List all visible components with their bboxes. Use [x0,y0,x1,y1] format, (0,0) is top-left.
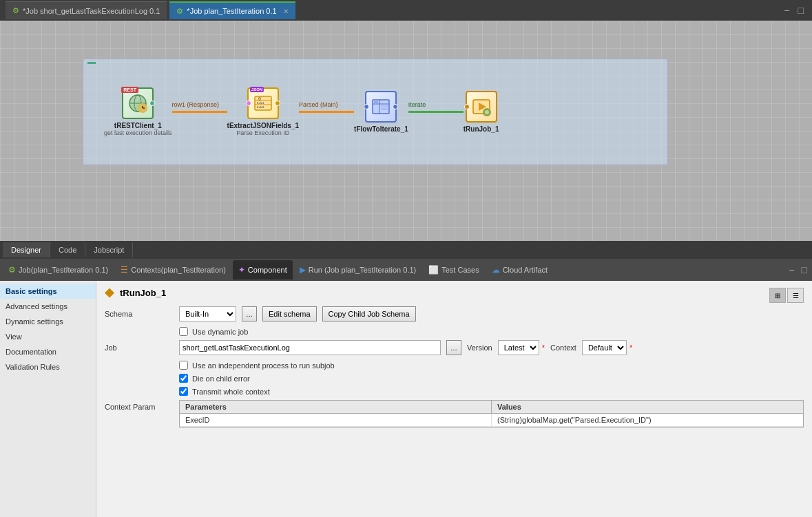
version-label: Version [467,344,492,352]
tab-job2-label: *Job plan_TestIteration 0.1 [187,7,276,15]
node-tRESTClient_1[interactable]: REST tRESTClient_1 get last [104,87,172,136]
view-grid-btn[interactable]: ⊞ [769,288,786,303]
job1-icon: ⚙ [12,6,19,15]
editor-tabs: Designer Code Jobscript [0,241,812,259]
job-input[interactable] [179,340,441,355]
component-title-row: tRunJob_1 [105,288,804,298]
minimize-btn[interactable]: − [781,5,792,16]
schema-select[interactable]: Built-In Repository [179,306,236,321]
connector-3: Iterate [408,111,464,113]
bottom-tab-contexts[interactable]: ☰ Contexts(plan_TestIteration) [115,260,231,279]
flow-container: REST tRESTClient_1 get last [83,59,668,165]
context-param-table: Parameters Values ExecID (String)globalM… [179,400,804,428]
view-list-btn[interactable]: ☰ [787,288,804,303]
edit-schema-btn[interactable]: Edit schema [262,306,317,321]
schema-dots-btn[interactable]: … [242,306,257,321]
context-table-header: Parameters Values [180,401,803,414]
job-label: Job [105,344,174,352]
tab-designer[interactable]: Designer [3,242,50,257]
bottom-tab-run-label: Run (Job plan_TestIteration 0.1) [309,266,417,274]
title-bar-controls: − □ [781,5,806,16]
tab-job2-close[interactable]: ✕ [283,8,289,15]
run-job-label: tRunJob_1 [464,125,499,133]
copy-child-schema-btn[interactable]: Copy Child Job Schema [322,306,416,321]
canvas-area: REST tRESTClient_1 get last [0,21,812,241]
tab-jobscript[interactable]: Jobscript [85,242,133,257]
main-content: tRunJob_1 ⊞ ☰ Schema Built-In Repository… [96,281,812,517]
svg-text:field2: field2 [257,105,264,109]
conn-line-3 [408,111,464,113]
bottom-tab-testcases-label: Test Cases [441,266,479,274]
independent-process-row: Use an independent process to run subjob [179,361,804,370]
die-on-child-error-checkbox[interactable] [179,374,188,383]
schema-row: Schema Built-In Repository … Edit schema… [105,306,804,321]
sidebar-item-advanced[interactable]: Advanced settings [0,299,96,314]
bottom-tab-controls: − □ [787,264,809,275]
context-param-row: Context Param Parameters Values ExecID (… [105,400,804,428]
context-select[interactable]: Default [582,340,627,355]
context-param-label: Context Param [105,400,174,411]
panel-maximize-btn[interactable]: □ [800,264,809,275]
context-wrap: Default * [582,340,632,355]
use-dynamic-job-checkbox[interactable] [179,327,188,336]
independent-process-label: Use an independent process to run subjob [192,361,335,370]
col-header-values: Values [492,401,803,413]
bottom-tab-component[interactable]: ✦ Component [233,260,293,279]
bottom-tab-job[interactable]: ⚙ Job(plan_TestIteration 0.1) [3,260,114,279]
conn-label-1: row1 (Response) [172,101,220,108]
rest-client-sublabel: get last execution details [104,129,172,136]
flow-inner: REST tRESTClient_1 get last [83,59,667,165]
transmit-context-checkbox[interactable] [179,387,188,396]
conn-label-3: Iterate [408,101,426,108]
version-asterisk: * [542,344,545,352]
title-bar: ⚙ *Job short_getLastTaskExecutionLog 0.1… [0,0,812,21]
job-tab-icon: ⚙ [8,265,16,275]
col-header-parameters: Parameters [180,401,492,413]
maximize-btn[interactable]: □ [795,5,806,16]
bottom-tab-run[interactable]: ▶ Run (Job plan_TestIteration 0.1) [294,260,422,279]
node-tRunJob_1[interactable]: tRunJob_1 [464,91,499,133]
svg-rect-16 [374,101,378,103]
svg-rect-17 [381,105,388,107]
sidebar-item-dynamic[interactable]: Dynamic settings [0,314,96,329]
run-job-icon [466,91,497,123]
tab-job1[interactable]: ⚙ *Job short_getLastTaskExecutionLog 0.1 [6,1,167,19]
job-browse-btn[interactable]: … [446,340,461,355]
bottom-tab-job-label: Job(plan_TestIteration 0.1) [19,266,108,274]
context-param-value: (String)globalMap.get("Parsed.Execution_… [492,414,803,426]
die-on-child-error-label: Die on child error [192,374,250,383]
tab-job2[interactable]: ⚙ *Job plan_TestIteration 0.1 ✕ [169,1,295,19]
transmit-context-row: Transmit whole context [179,387,804,396]
json-input-dot [246,101,251,106]
conn-label-2: Parsed (Main) [299,101,338,108]
node-tFlowToIterate_1[interactable]: tFlowToIterate_1 [354,91,408,133]
flow-input-dot [364,104,369,109]
json-output-dot [275,101,280,106]
context-table-row[interactable]: ExecID (String)globalMap.get("Parsed.Exe… [180,414,803,427]
sidebar-item-validation[interactable]: Validation Rules [0,359,96,374]
version-select[interactable]: Latest [498,340,539,355]
panel-minimize-btn[interactable]: − [787,264,796,275]
connector-1: row1 (Response) [172,111,227,113]
bottom-tab-cloud-label: Cloud Artifact [503,266,548,274]
job-row: Job … Version Latest * Context Default * [105,340,804,355]
tab-code[interactable]: Code [50,242,85,257]
svg-point-22 [485,110,489,114]
job2-icon: ⚙ [176,7,183,16]
context-asterisk: * [629,344,632,352]
bottom-tab-testcases[interactable]: ⬜ Test Cases [423,260,484,279]
flow-iterate-label: tFlowToIterate_1 [354,125,408,133]
independent-process-checkbox[interactable] [179,361,188,370]
sidebar-item-documentation[interactable]: Documentation [0,344,96,359]
cloud-tab-icon: ☁ [492,265,500,275]
conn-line-2 [299,111,354,113]
bottom-tab-cloud[interactable]: ☁ Cloud Artifact [486,260,553,279]
svg-text:field1: field1 [257,101,264,105]
version-wrap: Latest * [498,340,545,355]
conn-line-1 [172,111,227,113]
connector-2: Parsed (Main) [299,111,354,113]
sidebar-item-basic[interactable]: Basic settings [0,284,96,299]
json-extract-icon: JSON {} field1 field2 [247,87,279,119]
node-tExtractJSONFields_1[interactable]: JSON {} field1 field2 tExtractJSONFields… [227,87,300,136]
sidebar-item-view[interactable]: View [0,329,96,344]
